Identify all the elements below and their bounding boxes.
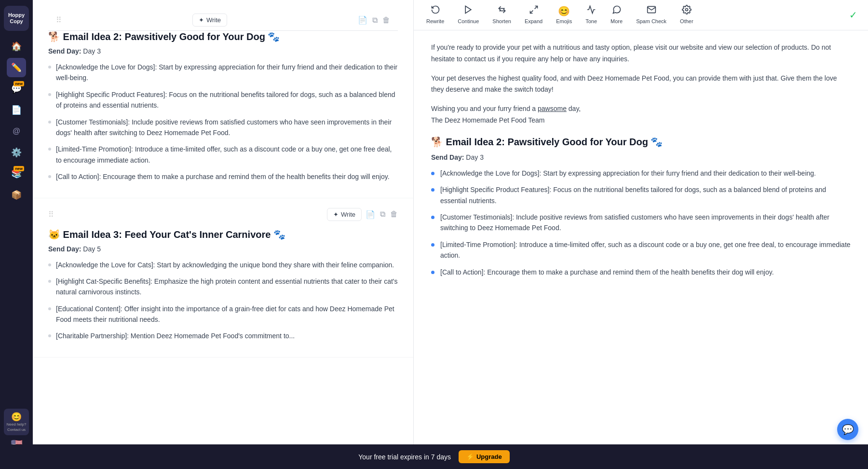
spam-check-label: Spam Check (636, 18, 666, 24)
copy-icon[interactable]: ⧉ (372, 16, 378, 25)
right-send-day-value-2: Day 3 (466, 153, 484, 161)
chat-bubble[interactable]: 💬 (837, 419, 858, 440)
intro-paragraph-2: Your pet deserves the highest quality fo… (431, 73, 851, 96)
at-icon: @ (13, 127, 20, 136)
emojis-icon: 😊 (558, 5, 570, 17)
email2-send-day: Send Day: Day 3 (48, 47, 398, 55)
logo[interactable]: HoppyCopy (4, 6, 29, 31)
right-list-item: [Highlight Specific Product Features]: F… (431, 184, 851, 206)
right-bullet-dot (431, 243, 434, 247)
toolbar-left: ⠿ (56, 15, 62, 25)
toolbar-more[interactable]: More (604, 0, 629, 30)
right-content: If you're ready to provide your pet with… (414, 30, 868, 469)
bullet-dot (48, 148, 51, 151)
toolbar-rewrite[interactable]: Rewrite (420, 0, 451, 30)
drag-handle-3[interactable]: ⠿ (48, 210, 54, 219)
sidebar-item-chat[interactable]: new 💬 (7, 79, 26, 98)
trash-icon-3[interactable]: 🗑 (390, 210, 398, 219)
chat-bubble-icon: 💬 (842, 424, 854, 435)
right-bullet-text: [Acknowledge the Love for Dogs]: Start b… (440, 168, 816, 179)
right-email2-bullets: [Acknowledge the Love for Dogs]: Start b… (431, 168, 851, 277)
bullet-text: [Educational Content]: Offer insight int… (56, 303, 398, 325)
grid-icon: ⚙️ (11, 147, 22, 158)
write-icon: ✦ (199, 16, 204, 24)
right-list-item: [Acknowledge the Love for Dogs]: Start b… (431, 168, 851, 179)
toolbar-email3: ⠿ ✦ Write 📄 ⧉ 🗑 (48, 208, 398, 221)
file-icon[interactable]: 📄 (358, 15, 367, 25)
svg-line-4 (530, 11, 533, 14)
sidebar-item-editor[interactable]: ✏️ (7, 58, 26, 77)
right-send-day-label: Send Day: (431, 153, 464, 161)
toolbar-continue[interactable]: Continue (451, 0, 486, 30)
shorten-label: Shorten (492, 18, 511, 24)
list-item: [Limited-Time Promotion]: Introduce a ti… (48, 144, 398, 166)
upgrade-button[interactable]: ⚡ Upgrade (459, 450, 510, 463)
upgrade-label: Upgrade (476, 453, 502, 460)
toolbar-other[interactable]: Other (673, 0, 700, 30)
write-button[interactable]: ✦ Write (192, 14, 227, 27)
bullet-text: [Call to Action]: Encourage them to make… (56, 171, 390, 182)
need-help-label: Need help? (6, 422, 27, 427)
intro-paragraph-1: If you're ready to provide your pet with… (431, 42, 851, 65)
more-label: More (610, 18, 623, 24)
send-day-label: Send Day: (48, 47, 81, 55)
list-item: [Acknowledge the Love for Cats]: Start b… (48, 260, 398, 270)
emojis-label: Emojis (556, 18, 572, 24)
rewrite-icon (431, 5, 440, 17)
right-bullet-text: [Call to Action]: Encourage them to make… (440, 267, 774, 277)
write-button-3[interactable]: ✦ Write (327, 208, 362, 221)
other-label: Other (680, 18, 693, 24)
send-day-value-2: Day 3 (83, 47, 101, 55)
spam-check-icon (647, 5, 656, 17)
right-toolbar: Rewrite Continue Shorten Expand 😊 Emojis (414, 0, 868, 30)
toolbar3-left: ⠿ (48, 210, 54, 219)
list-item: [Highlight Specific Product Features]: F… (48, 89, 398, 111)
bullet-text: [Acknowledge the Love for Dogs]: Start b… (56, 62, 398, 83)
copy-icon-3[interactable]: ⧉ (380, 210, 385, 219)
toolbar-email2: ⠿ ✦ Write 📄 ⧉ 🗑 (48, 10, 398, 31)
sidebar-item-book[interactable]: new 📚 (7, 164, 26, 183)
email2-bullets: [Acknowledge the Love for Dogs]: Start b… (48, 62, 398, 182)
toolbar-spam-check[interactable]: Spam Check (629, 0, 673, 30)
box-icon: 📦 (11, 190, 22, 200)
help-emoji: 😊 (6, 412, 27, 422)
bullet-dot (48, 263, 51, 266)
logo-text: HoppyCopy (8, 12, 25, 25)
email3-block: ⠿ ✦ Write 📄 ⧉ 🗑 🐱 Email Idea 3: Feed You… (33, 198, 413, 358)
continue-icon (463, 5, 473, 17)
checkmark-icon: ✓ (844, 4, 862, 26)
other-icon (682, 5, 692, 17)
file-icon-3[interactable]: 📄 (366, 210, 375, 219)
trash-icon[interactable]: 🗑 (382, 16, 390, 25)
need-help-button[interactable]: 😊 Need help? Contact us (4, 409, 29, 435)
bullet-dot (48, 66, 51, 69)
new-badge-2: new (14, 166, 24, 171)
shorten-icon (497, 5, 507, 17)
email3-send-day: Send Day: Day 5 (48, 245, 398, 253)
drag-handle[interactable]: ⠿ (56, 15, 62, 25)
trial-banner: Your free trial expires in 7 days ⚡ Upgr… (0, 444, 868, 469)
toolbar-emojis[interactable]: 😊 Emojis (549, 0, 579, 30)
sidebar-item-document[interactable]: 📄 (7, 100, 26, 120)
right-bullet-text: [Limited-Time Promotion]: Introduce a ti… (440, 239, 851, 261)
expand-label: Expand (525, 18, 542, 24)
right-bullet-dot (431, 172, 434, 175)
sidebar-item-grid[interactable]: ⚙️ (7, 143, 26, 162)
closing-pawsome: pawsome (538, 105, 567, 112)
toolbar-tone[interactable]: Tone (579, 0, 604, 30)
toolbar-expand[interactable]: Expand (518, 0, 549, 30)
tone-icon (586, 5, 596, 17)
list-item: [Call to Action]: Encourage them to make… (48, 171, 398, 182)
bullet-dot (48, 307, 51, 310)
bullet-text: [Customer Testimonials]: Include positiv… (56, 117, 398, 138)
sidebar-item-box[interactable]: 📦 (7, 185, 26, 205)
right-bullet-text: [Customer Testimonials]: Include positiv… (440, 212, 851, 234)
toolbar-shorten[interactable]: Shorten (486, 0, 518, 30)
send-day-label-3: Send Day: (48, 245, 81, 253)
sidebar-item-at[interactable]: @ (7, 122, 26, 141)
closing-line1-end: day, (569, 105, 581, 112)
closing-line1: Wishing you and your furry friend a (431, 105, 536, 112)
right-bullet-text: [Highlight Specific Product Features]: F… (440, 184, 851, 206)
sidebar-item-home[interactable]: 🏠 (7, 37, 26, 56)
edit-icon: ✏️ (11, 62, 22, 73)
